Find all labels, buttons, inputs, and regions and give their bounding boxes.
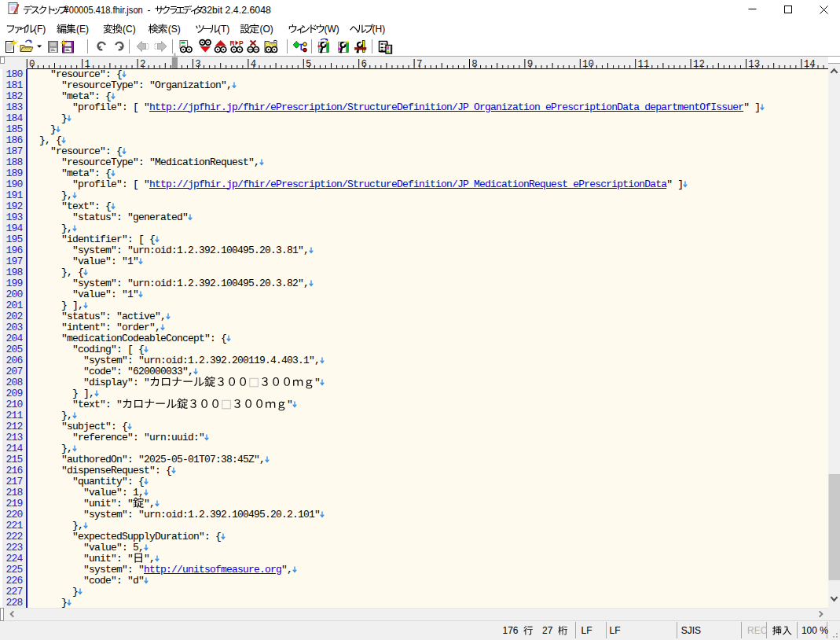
svg-text:¥00005.418.fhir.json: ¥00005.418.fhir.json (64, 5, 143, 16)
svg-text:(O): (O) (260, 24, 273, 35)
svg-text:(E): (E) (76, 24, 89, 35)
svg-text:27: 27 (542, 625, 553, 636)
svg-text:(S): (S) (168, 24, 181, 35)
svg-text:(T): (T) (218, 24, 229, 35)
svg-text:R: R (230, 39, 235, 47)
svg-text:P: P (239, 39, 244, 47)
svg-text:REC: REC (747, 625, 768, 636)
svg-text:LF: LF (581, 625, 592, 636)
svg-text:-: - (148, 5, 151, 16)
svg-text:(F): (F) (34, 24, 46, 35)
svg-text:100 %: 100 % (801, 625, 828, 636)
svg-text:176: 176 (503, 625, 519, 636)
svg-text:SJIS: SJIS (681, 625, 701, 636)
svg-text:32bit 2.4.2.6048: 32bit 2.4.2.6048 (201, 5, 271, 16)
svg-text:(H): (H) (372, 24, 386, 35)
svg-text:LF: LF (610, 625, 621, 636)
svg-text:(C): (C) (123, 24, 136, 35)
svg-text:(W): (W) (324, 24, 339, 35)
